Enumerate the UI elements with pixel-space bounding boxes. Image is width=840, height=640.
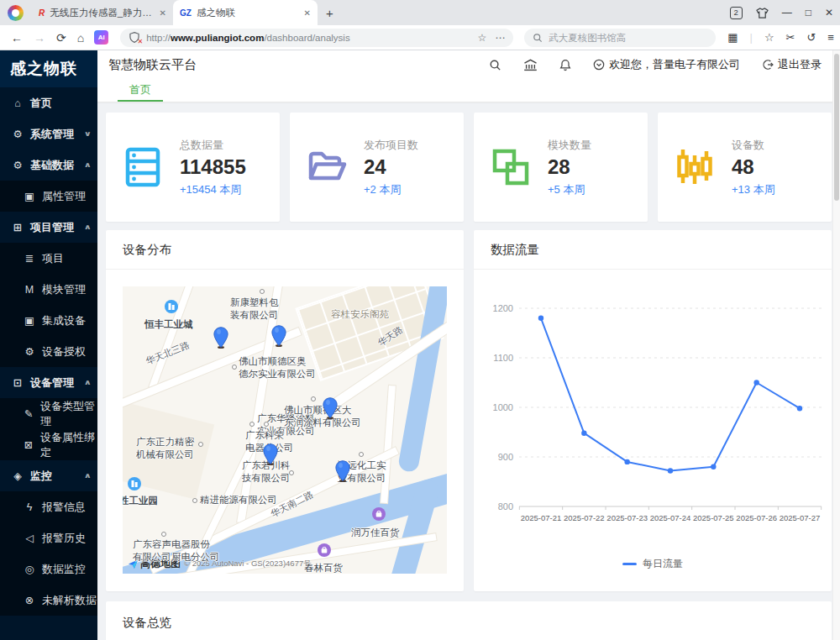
map-poi-dot (249, 422, 255, 427)
ai-assistant-icon[interactable]: AI (94, 30, 108, 45)
sidebar-item-alarm-history[interactable]: ◁报警历史 (0, 522, 97, 553)
map-poi-dot (192, 498, 197, 503)
window-maximize-button[interactable]: □ (806, 7, 811, 18)
stat-label: 总数据量 (180, 138, 246, 153)
sidebar-item-alarm-info[interactable]: ϟ报警信息 (0, 491, 97, 522)
sidebar-item-label: 数据监控 (42, 562, 86, 577)
stat-label: 发布项目数 (364, 138, 418, 153)
map-label-company: 新康塑料包装有限公司 (230, 296, 279, 322)
sidebar-item-integrated-device[interactable]: ▣集成设备 (0, 305, 97, 336)
theme-shirt-icon[interactable] (756, 8, 769, 18)
sidebar-item-device-management[interactable]: ⊡设备管理∧ (0, 367, 97, 398)
screenshot-scissors-icon[interactable]: ✂ (786, 31, 795, 44)
chart-legend[interactable]: 每日流量 (474, 557, 832, 571)
notifications-bell-icon[interactable] (559, 59, 571, 71)
browser-logo-icon[interactable] (8, 5, 24, 21)
organization-bank-icon[interactable] (523, 59, 538, 71)
project-icon: ≣ (23, 252, 36, 265)
logout-button[interactable]: 退出登录 (762, 57, 822, 72)
map-device-marker-2[interactable] (271, 325, 286, 347)
svg-text:1200: 1200 (493, 303, 513, 313)
sidebar-item-project-management[interactable]: ⊞项目管理∧ (0, 212, 97, 243)
industrial-badge-icon (165, 300, 178, 313)
modules-icon (491, 147, 531, 187)
browser-search-input[interactable] (549, 33, 707, 43)
tab2-close-icon[interactable]: ✕ (304, 8, 311, 18)
sidebar-item-attribute-management[interactable]: ▣属性管理 (0, 181, 97, 212)
sidebar-item-unparsed-data[interactable]: ⊗未解析数据 (0, 585, 97, 616)
sidebar-item-monitoring[interactable]: ◈监控∧ (0, 460, 97, 491)
mall-badge-icon (318, 543, 331, 557)
scrollbar-thumb[interactable] (834, 54, 839, 201)
header-search-icon[interactable] (489, 59, 501, 71)
search-icon (533, 33, 543, 43)
sidebar-item-device-attribute-binding[interactable]: ⊠设备属性绑定 (0, 429, 97, 460)
stat-delta: +15454 本周 (180, 182, 246, 197)
url-text[interactable]: http://www.puliangiot.com/dashboard/anal… (146, 33, 469, 43)
traffic-line-chart[interactable]: 8009001000110012002025-07-212025-07-2220… (474, 270, 827, 552)
tab-count-badge[interactable]: 2 (730, 7, 743, 19)
sidebar-item-device-type-management[interactable]: ✎设备类型管理 (0, 398, 97, 429)
window-close-button[interactable]: ✕ (825, 7, 833, 18)
sidebar-item-project[interactable]: ≣项目 (0, 243, 97, 274)
sidebar-item-home[interactable]: ⌂首页 (0, 87, 97, 118)
map-label-company: 广东正力精密机械有限公司 (136, 436, 194, 461)
svg-text:2025-07-27: 2025-07-27 (780, 513, 821, 522)
app-logo[interactable]: 感之物联 (0, 50, 97, 87)
tab-home-active[interactable]: 首页 (118, 79, 163, 102)
sidebar-item-device-authorization[interactable]: ⚙设备授权 (0, 336, 97, 367)
bookmark-star-icon[interactable]: ☆ (477, 32, 486, 44)
stat-delta: +13 本周 (732, 182, 775, 197)
menu-hamburger-icon[interactable]: ≡ (827, 31, 834, 44)
chevron-down-icon: ∨ (83, 130, 91, 138)
page-scrollbar[interactable] (832, 50, 840, 640)
sidebar-item-label: 属性管理 (42, 189, 86, 204)
folder-icon (307, 147, 347, 187)
sidebar-item-module-management[interactable]: M模块管理 (0, 274, 97, 305)
address-more-icon[interactable]: ⋯ (495, 32, 505, 44)
stat-label: 设备数 (732, 138, 775, 153)
forward-button[interactable]: → (34, 31, 45, 45)
map-device-marker-5[interactable] (335, 460, 350, 482)
map-device-marker-4[interactable] (263, 443, 278, 465)
sidebar-item-label: 报警信息 (42, 500, 86, 515)
home-button[interactable]: ⌂ (77, 31, 84, 45)
legend-line-swatch (622, 563, 637, 565)
welcome-user[interactable]: 欢迎您，普量电子有限公司 (593, 57, 740, 72)
device-overview-title: 设备总览 (106, 601, 832, 640)
map-device-marker-1[interactable] (213, 327, 228, 349)
stat-delta: +5 本周 (548, 182, 591, 197)
map-device-marker-3[interactable] (323, 397, 338, 419)
svg-text:2025-07-23: 2025-07-23 (606, 513, 648, 522)
sidebar-item-basic-data[interactable]: ⚙基础数据∧ (0, 150, 97, 181)
data-traffic-panel: 数据流量 8009001000110012002025-07-212025-07… (474, 230, 832, 591)
toolbar-separator: | (750, 31, 753, 44)
favorites-icon[interactable]: ☆ (764, 31, 774, 44)
sidebar-item-data-monitoring[interactable]: ◎数据监控 (0, 553, 97, 585)
home-icon: ⌂ (11, 97, 24, 109)
sidebar-item-system-management[interactable]: ⚙系统管理∨ (0, 118, 97, 150)
map-label-industrial: 恒丰工业城 (144, 318, 193, 331)
apps-grid-icon[interactable]: ▦ (727, 31, 738, 44)
device-distribution-title: 设备分布 (106, 230, 464, 270)
address-bar[interactable]: ✕ http://www.puliangiot.com/dashboard/an… (120, 29, 513, 47)
history-undo-icon[interactable]: ↺ (806, 31, 816, 44)
browser-tab-sensor[interactable]: R 无线压力传感器_静力水准仪_ ✕ (32, 0, 173, 25)
window-minimize-button[interactable]: — (782, 7, 792, 18)
shield-warning-icon[interactable]: ✕ (129, 31, 140, 44)
map-poi-dot (260, 289, 265, 294)
browser-search-box[interactable] (524, 29, 716, 47)
chevron-up-icon: ∧ (83, 472, 91, 480)
refresh-button[interactable]: ⟳ (56, 31, 66, 45)
monitoring-icon: ◈ (11, 470, 24, 482)
tab1-close-icon[interactable]: ✕ (160, 8, 166, 18)
browser-tab-ganzhi-active[interactable]: GZ 感之物联 ✕ (173, 0, 318, 25)
logout-label: 退出登录 (778, 57, 822, 72)
svg-text:2025-07-21: 2025-07-21 (521, 513, 562, 522)
device-map[interactable]: 高德地图 © 2025 AutoNavi - GS(2023)4677号 恒丰工… (123, 286, 447, 574)
new-tab-button[interactable]: + (326, 6, 333, 20)
map-poi-dot (264, 422, 269, 427)
back-button[interactable]: ← (11, 31, 23, 45)
stat-delta: +2 本周 (364, 182, 418, 197)
map-poi-dot (311, 396, 316, 401)
